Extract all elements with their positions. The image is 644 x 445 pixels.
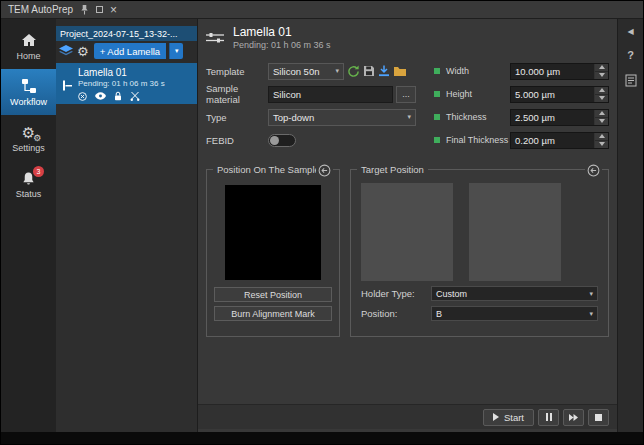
reset-position-button[interactable]: Reset Position [214,287,332,302]
febid-toggle[interactable] [268,134,296,147]
app-title: TEM AutoPrep [8,4,73,15]
sidebar-item-settings[interactable]: ⚙⚙ Settings [1,115,56,161]
cut-icon[interactable] [130,91,140,101]
spin-down-icon[interactable] [595,71,608,79]
browse-button[interactable]: ... [396,86,416,103]
type-select[interactable]: Top-down ▾ [268,109,416,126]
start-button[interactable]: Start [483,409,534,426]
sidebar-item-label: Status [16,189,42,199]
thickness-field[interactable]: 2.500 µm [510,109,609,126]
status-badge: 3 [33,166,44,177]
position-group-title: Position On The Sample [213,164,324,175]
revert-target-icon[interactable] [585,163,602,181]
add-lamella-dropdown-button[interactable]: ▾ [169,43,183,59]
position-select[interactable]: B ▾ [431,306,598,321]
main-content: Lamella 01 Pending: 01 h 06 m 36 s Templ… [198,19,617,432]
cancel-icon[interactable] [78,92,87,101]
pause-icon [546,413,552,421]
float-window-icon[interactable] [96,6,103,13]
thickness-bullet-icon [434,114,440,120]
titlebar: TEM AutoPrep × [1,1,643,19]
height-label: Height [446,89,510,99]
pause-button[interactable] [538,409,559,426]
target-image-placeholder [469,183,561,281]
spin-down-icon[interactable] [595,140,608,148]
sliders-icon [206,31,224,45]
position-group: Position On The Sample Reset Position Bu… [206,169,340,337]
spin-up-icon[interactable] [595,110,608,117]
chevron-down-icon: ▾ [331,67,339,75]
spin-down-icon[interactable] [595,117,608,125]
save-icon[interactable] [363,65,375,77]
revert-position-icon[interactable] [316,163,333,181]
spin-up-icon[interactable] [595,87,608,94]
final-thickness-label: Final Thickness [446,135,510,145]
sidebar-item-workflow[interactable]: Workflow [1,69,56,115]
close-icon[interactable]: × [110,5,117,15]
width-bullet-icon [434,68,440,74]
fast-forward-icon [568,413,579,422]
notes-panel-icon[interactable] [625,74,637,87]
sidebar-item-status[interactable]: 3 Status [1,161,56,207]
project-header[interactable]: Project_2024-07-15_13-32-... [56,26,197,41]
burn-alignment-mark-button[interactable]: Burn Alignment Mark [214,306,332,321]
spin-up-icon[interactable] [595,133,608,140]
height-field[interactable]: 5.000 µm [510,86,609,103]
position-label: Position: [361,308,431,319]
page-title: Lamella 01 [233,25,331,39]
export-icon[interactable] [378,65,390,77]
right-strip: ◀ ? [617,19,643,432]
lamella-icon [60,69,73,101]
refresh-icon[interactable] [347,65,360,78]
sidebar-item-label: Settings [12,143,45,153]
home-icon [21,32,37,49]
width-label: Width [446,66,510,76]
open-folder-icon[interactable] [393,66,407,77]
help-icon[interactable]: ? [627,49,634,61]
height-bullet-icon [434,91,440,97]
thickness-label: Thickness [446,112,510,122]
stop-icon [595,414,602,421]
detail-header: Lamella 01 Pending: 01 h 06 m 36 s [198,19,617,54]
template-label: Template [206,66,268,77]
holder-type-label: Holder Type: [361,288,431,299]
febid-label: FEBID [206,135,268,146]
page-status: Pending: 01 h 06 m 36 s [233,40,331,50]
lamella-toolbar: ⚙ + Add Lamella ▾ [56,41,197,61]
project-panel: Project_2024-07-15_13-32-... ⚙ + Add Lam… [56,19,198,432]
sidebar-item-home[interactable]: Home [1,23,56,69]
sample-material-input[interactable]: Silicon [268,86,393,103]
final-thickness-field[interactable]: 0.200 µm [510,132,609,149]
target-image-placeholder [361,183,453,281]
holder-type-select[interactable]: Custom ▾ [431,286,598,301]
spin-down-icon[interactable] [595,94,608,102]
type-label: Type [206,112,268,123]
stage-icon[interactable] [58,44,74,58]
template-select[interactable]: Silicon 50n ▾ [268,63,344,80]
gears-icon: ⚙⚙ [22,124,35,141]
stop-button[interactable] [588,409,609,426]
playback-bar: Start [198,404,617,429]
sidebar-item-label: Workflow [10,97,47,107]
pin-icon[interactable] [80,5,89,15]
collapse-panel-icon[interactable]: ◀ [627,27,633,36]
lamella-list-item[interactable]: Lamella 01 Pending: 01 h 06 m 36 s [56,63,197,104]
sample-position-image [225,185,321,280]
chevron-down-icon: ▾ [585,290,593,298]
eye-icon[interactable] [95,92,106,100]
app-window: TEM AutoPrep × Home Workflow [0,0,644,445]
lock-icon[interactable] [114,91,122,101]
lamella-form: Template Silicon 50n ▾ [198,54,617,154]
lamella-status: Pending: 01 h 06 m 36 s [78,79,193,88]
nav-rail: Home Workflow ⚙⚙ Settings 3 Status [1,19,56,432]
sample-material-label: Sample material [206,83,268,105]
chevron-down-icon: ▾ [585,310,593,318]
workflow-icon [21,78,37,95]
lamella-list: Lamella 01 Pending: 01 h 06 m 36 s [56,63,197,432]
width-field[interactable]: 10.000 µm [510,63,609,80]
sidebar-item-label: Home [16,51,40,61]
spin-up-icon[interactable] [595,64,608,71]
gear-icon[interactable]: ⚙ [77,44,89,59]
fast-forward-button[interactable] [563,409,584,426]
add-lamella-button[interactable]: + Add Lamella [94,43,166,59]
